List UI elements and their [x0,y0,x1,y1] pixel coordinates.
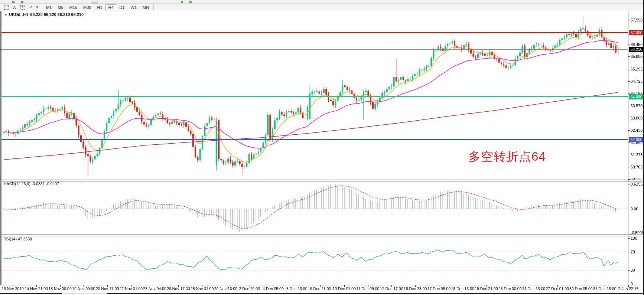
time-axis-label: 20 Nov 17:00 [96,286,119,291]
time-axis-label: 2 Dec 20:00 [239,286,260,291]
time-axis-label: 18 Nov 00:00 [48,286,71,291]
price-axis-label: 66.450 [631,42,643,47]
time-axis-label: 11 Dec 09:00 [357,286,380,291]
price-axis-badge: 67.000 [629,30,644,35]
time-axis-label: 28 Nov 01:00 [191,286,214,291]
price-axis-label: 63.570 [631,104,643,108]
time-axis-label: 15 Dec 23:00 [404,286,427,291]
rsi-bottom-border [0,285,644,285]
price-axis-label: 61.275 [631,153,643,157]
rsi-value: 47.3658 [18,237,32,241]
chart-annotation-text: 多空转折点64 [468,148,546,165]
time-axis-label: 14 Nov 21:00 [25,286,48,291]
window-left-edge-inner [1,11,2,285]
rsi-axis-label: 30 [631,268,635,272]
time-axis-label: 5 Dec 13:00 [286,286,308,291]
price-axis-label: 64.725 [631,79,643,83]
time-axis-label: 19 Nov 09:00 [72,286,95,291]
main-macd-splitter[interactable] [0,180,644,181]
macd-name: MACD(12,26,9) [3,181,30,186]
macd-axis-label: 0.00 [631,207,638,211]
horizontal-scrollbar[interactable] [0,293,644,294]
rsi-axis-label: 100 [631,236,637,240]
time-axis-label: 23 Dec 00:00 [498,286,521,291]
price-axis-border [628,11,628,285]
time-axis-label: 27 Dec 01:00 [546,286,569,291]
macd-rsi-splitter[interactable] [0,235,644,236]
macd-indicator-label: MACD(12,26,9) -0.0881 -0.0407 [3,181,59,186]
rsi-indicator-label: RSI(14) 47.3658 [3,237,32,241]
price-axis-badge: 66.210 [629,47,644,52]
time-axis-label: 22 Nov 01:00 [120,286,143,291]
price-axis-label: 60.705 [631,165,643,169]
time-axis-label: 13 Nov 2019 [1,286,24,291]
price-axis-label: 63.000 [631,116,643,120]
time-axis-label: 29 Nov 13:00 [214,286,237,291]
chart-title: ▼UKOil-,H466.220 66.220 66.210 66.210 [4,12,84,17]
price-axis-badge: 64.000 [629,94,644,99]
chart-top-border [0,11,644,11]
rsi-name: RSI(14) [3,237,17,241]
time-axis-label: 10 Dec 01:00 [333,286,356,291]
time-axis-label: 31 Dec 13:00 [593,286,616,291]
symbol-period-label: UKOil-,H4 [9,12,28,17]
time-axis-label: 17 Dec 05:00 [427,286,451,291]
price-axis-label: 65.880 [631,54,643,59]
scrollbar-thumb[interactable] [62,293,107,294]
price-axis-label: 65.295 [631,67,643,71]
time-axis-label: 30 Dec 05:00 [569,286,592,291]
window-left-edge [0,11,1,285]
ohlc-values: 66.220 66.220 66.210 66.210 [30,12,84,17]
time-axis-label: 2 Jan 22:15 [618,286,639,291]
trading-terminal-window: A T ↗ ▾ M1 M5 M15 M30 H1 H4 D1 W1 MN ▼UK… [0,0,644,295]
macd-axis-label: 0.6255 [631,182,643,186]
time-axis-label: 18 Dec 13:00 [451,286,474,291]
time-axis-label: 25 Nov 04:00 [143,286,166,291]
time-axis-label: 24 Dec 13:00 [522,286,545,291]
macd-values: -0.0881 -0.0407 [32,181,59,186]
rsi-axis-label: 70 [631,250,635,254]
macd-axis-label: -0.5903 [631,230,644,235]
collapse-triangle-icon[interactable]: ▼ [4,13,7,17]
time-axis-label: 26 Nov 17:00 [167,286,190,291]
time-axis-label: 6 Dec 21:00 [310,286,331,291]
price-axis-label: 67.590 [631,18,643,22]
time-axis-label: 12 Dec 17:00 [380,286,403,291]
price-axis-badge: 62.000 [629,137,644,142]
price-axis-label: 62.430 [631,128,643,132]
time-axis-label: 4 Dec 05:00 [263,286,284,291]
time-axis-label: 19 Dec 21:00 [475,286,498,291]
chart-canvas[interactable] [0,0,644,295]
rsi-axis-label: 0 [631,282,633,286]
